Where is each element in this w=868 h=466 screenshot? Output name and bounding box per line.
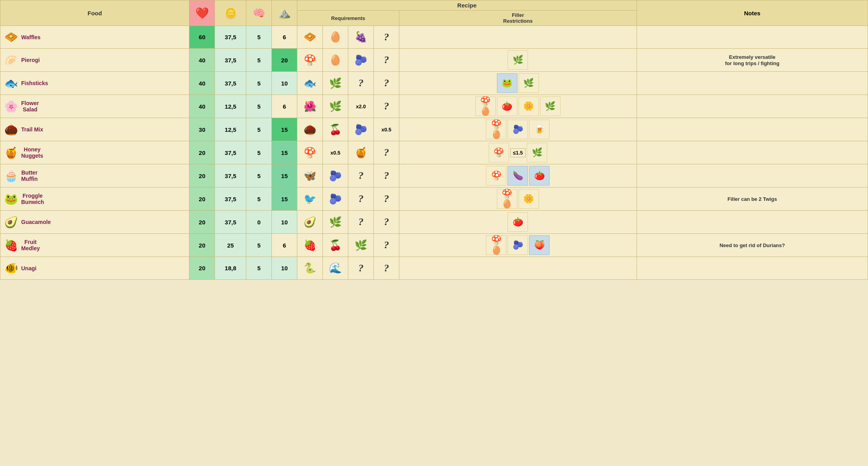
recipe-req-cell: 🍄 bbox=[297, 49, 323, 72]
recipe-req-cell: 🍒 bbox=[323, 118, 348, 141]
question-mark: ? bbox=[384, 31, 389, 43]
ingredient-icon: 🍒 bbox=[329, 124, 342, 135]
table-row: 🐸 FroggleBunwich 2037,5515🐦🫐??🍄🥚🌼Filler … bbox=[0, 187, 868, 211]
food-cell: 🥟 Pierogi bbox=[0, 49, 189, 72]
filler-cell: 🍅 bbox=[399, 211, 637, 234]
question-mark: ? bbox=[358, 216, 364, 228]
food-name: HoneyNuggets bbox=[21, 146, 43, 159]
filler-icon: 🍄🥚 bbox=[486, 120, 506, 139]
mountain-value: 15 bbox=[272, 118, 297, 141]
brain-value: 0 bbox=[246, 211, 272, 234]
coin-icon: 🪙 bbox=[217, 7, 244, 19]
table-row: 🥟 Pierogi 4037,5520🍄🥚🫐?🌿Extremely versat… bbox=[0, 49, 868, 72]
recipe-req-cell: 🧇 bbox=[297, 26, 323, 49]
brain-value: 5 bbox=[246, 26, 272, 49]
food-cell: 🍓 FruitMedley bbox=[0, 234, 189, 257]
food-cell: 🐠 Unagi bbox=[0, 257, 189, 280]
notes-cell bbox=[637, 72, 868, 95]
filler-icon: 🌼 bbox=[519, 96, 539, 116]
heart-value: 20 bbox=[189, 187, 215, 211]
mountain-value: 6 bbox=[272, 234, 297, 257]
table-row: 🍯 HoneyNuggets 2037,5515🍄x0.5🍯?🍄≤1.5🌿 bbox=[0, 141, 868, 164]
heart-value: 40 bbox=[189, 49, 215, 72]
food-icon: 🐟 bbox=[4, 77, 18, 90]
filler-cell: 🍄🥚🫐🍑 bbox=[399, 234, 637, 257]
table-row: 🐠 Unagi 2018,8510🐍🌊?? bbox=[0, 257, 868, 280]
food-cell: 🐸 FroggleBunwich bbox=[0, 187, 189, 211]
filler-icon: 🫐 bbox=[508, 235, 528, 255]
ingredient-icon: 🥚 bbox=[329, 31, 342, 43]
recipe-req-cell: 🫐 bbox=[323, 164, 348, 187]
recipe-req-cell: x0.5 bbox=[374, 118, 399, 141]
brain-header: 🧠 bbox=[246, 0, 272, 26]
coin-value: 37,5 bbox=[215, 187, 246, 211]
filler-icon: 🍄🥚 bbox=[486, 235, 506, 255]
recipe-req-cell: x0.5 bbox=[323, 141, 348, 164]
recipe-req-cell: ? bbox=[374, 141, 399, 164]
brain-value: 5 bbox=[246, 234, 272, 257]
recipe-req-cell: 🫐 bbox=[348, 118, 374, 141]
recipe-req-cell: ? bbox=[374, 164, 399, 187]
notes-text: Filler can be 2 Twigs bbox=[728, 196, 777, 202]
filler-icon: 🍺 bbox=[529, 120, 550, 139]
question-mark: ? bbox=[384, 239, 389, 251]
ingredient-icon: 🌊 bbox=[329, 262, 342, 274]
recipe-req-cell: 🐟 bbox=[297, 72, 323, 95]
food-icon: 🧇 bbox=[4, 31, 18, 44]
filler-cell: 🍄🍆🍅 bbox=[399, 164, 637, 187]
food-name: FlowerSalad bbox=[21, 100, 39, 113]
mountain-value: 10 bbox=[272, 72, 297, 95]
notes-cell: Filler can be 2 Twigs bbox=[637, 187, 868, 211]
mountain-value: 15 bbox=[272, 164, 297, 187]
coin-value: 37,5 bbox=[215, 49, 246, 72]
ingredient-icon: 🫐 bbox=[355, 124, 367, 135]
heart-header: ❤️ bbox=[189, 0, 215, 26]
heart-value: 20 bbox=[189, 257, 215, 280]
filler-cell: 🍄≤1.5🌿 bbox=[399, 141, 637, 164]
filler-label: FillerRestrictions bbox=[503, 12, 533, 24]
food-cell: 🍯 HoneyNuggets bbox=[0, 141, 189, 164]
heart-value: 40 bbox=[189, 95, 215, 118]
food-cell: 🧁 ButterMuffin bbox=[0, 164, 189, 187]
recipe-req-cell: 🍒 bbox=[323, 234, 348, 257]
question-mark: ? bbox=[358, 262, 364, 274]
recipe-req-cell: ? bbox=[374, 234, 399, 257]
requirements-header: Requirements bbox=[297, 11, 399, 26]
filler-restriction-text: ≤1.5 bbox=[510, 148, 526, 157]
multiplier: x0.5 bbox=[331, 150, 340, 156]
mountain-value: 20 bbox=[272, 49, 297, 72]
notes-cell bbox=[637, 26, 868, 49]
mountain-value: 6 bbox=[272, 95, 297, 118]
filler-cell bbox=[399, 257, 637, 280]
heart-value: 20 bbox=[189, 141, 215, 164]
food-name: Fishsticks bbox=[21, 80, 48, 86]
food-name: Guacamole bbox=[21, 219, 51, 225]
food-name: FruitMedley bbox=[21, 239, 40, 251]
multiplier: x2.0 bbox=[356, 104, 366, 109]
table-row: 🍓 FruitMedley 202556🍓🍒🌿?🍄🥚🫐🍑Need to get … bbox=[0, 234, 868, 257]
filler-icon: 🌿 bbox=[519, 73, 539, 93]
ingredient-icon: 🍒 bbox=[329, 239, 342, 251]
question-mark: ? bbox=[384, 100, 389, 112]
mountain-value: 15 bbox=[272, 187, 297, 211]
recipe-req-cell: ? bbox=[348, 211, 374, 234]
recipe-req-cell: ? bbox=[348, 164, 374, 187]
food-icon: 🐸 bbox=[4, 193, 18, 206]
food-cell: 🧇 Waffles bbox=[0, 26, 189, 49]
coin-value: 12,5 bbox=[215, 118, 246, 141]
recipe-req-cell: ? bbox=[374, 49, 399, 72]
notes-cell bbox=[637, 257, 868, 280]
coin-header: 🪙 bbox=[215, 0, 246, 26]
ingredient-icon: 🌰 bbox=[304, 124, 316, 135]
food-cell: 🌰 Trail Mix bbox=[0, 118, 189, 141]
question-mark: ? bbox=[358, 77, 364, 89]
ingredient-icon: 🌿 bbox=[329, 77, 342, 89]
filler-cell bbox=[399, 26, 637, 49]
recipe-req-cell: 🐍 bbox=[297, 257, 323, 280]
ingredient-icon: 🍄 bbox=[304, 147, 316, 158]
recipe-req-cell: 🥚 bbox=[323, 49, 348, 72]
brain-value: 5 bbox=[246, 257, 272, 280]
question-mark: ? bbox=[358, 170, 364, 181]
mountain-icon: ⛰️ bbox=[274, 7, 295, 19]
ingredient-icon: 🌿 bbox=[329, 100, 342, 112]
